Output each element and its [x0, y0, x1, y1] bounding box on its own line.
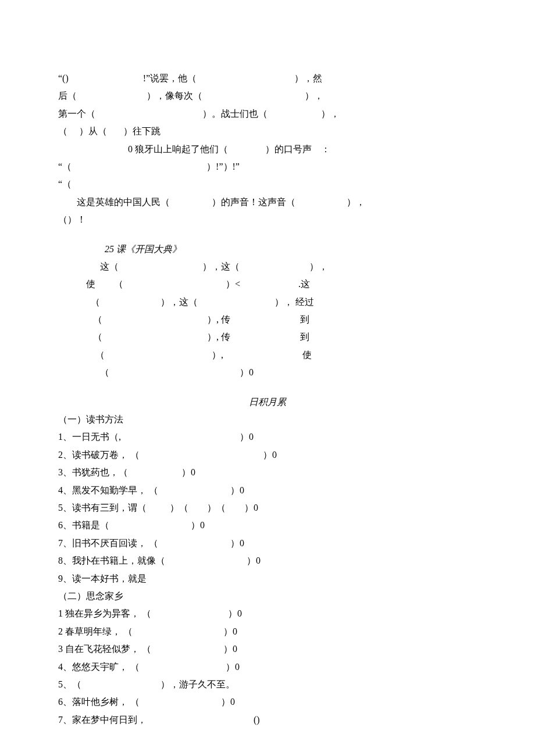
- t: ）。战士们也（: [202, 109, 268, 119]
- t: 6、书籍是（: [58, 520, 109, 530]
- text-line: “（: [58, 175, 477, 193]
- t: （: [114, 279, 123, 289]
- t: ）0: [247, 556, 261, 565]
- t: ）的口号声: [265, 144, 312, 154]
- t: （ ）从（ ）往下跳: [58, 126, 160, 136]
- text-line: 后（ ），像每次（ ），: [58, 87, 477, 105]
- t: ）0: [228, 608, 242, 618]
- t: ）0: [221, 697, 235, 707]
- t: ），然: [294, 73, 322, 83]
- t: （二）思念家乡: [58, 591, 123, 601]
- t: ）,: [212, 350, 223, 360]
- t: ）0: [230, 485, 244, 495]
- t: 使: [86, 279, 95, 289]
- t: 7、家在梦中何日到，: [58, 715, 147, 725]
- list-item: 1 独在异乡为异客， （ ）0: [58, 605, 477, 622]
- paragraph-1: “() !”说罢，他（ ），然 后（ ），像每次（ ）， 第一个（: [58, 70, 477, 229]
- text-line: （ ）, 传 到: [58, 311, 477, 328]
- course-title: 25 课《开国大典》: [58, 241, 477, 258]
- list-item: 3、书犹药也，（ ）0: [58, 464, 477, 481]
- subhead: （二）思念家乡: [58, 587, 477, 605]
- t: ）0: [223, 644, 237, 654]
- course-block: 25 课《开国大典》 这（ ），这（ ）， 使 （ ）<: [58, 241, 477, 382]
- list-item: 9、读一本好书，就是: [58, 570, 477, 587]
- t: （）！: [58, 214, 86, 224]
- t: ）（ ）（ ）0: [170, 503, 258, 513]
- text-line: 这（ ），这（ ），: [58, 258, 477, 275]
- t: 使: [302, 350, 312, 360]
- t: ），这（: [160, 297, 198, 307]
- list-item: 2 春草明年绿， （ ）0: [58, 623, 477, 640]
- t: 到: [300, 332, 309, 342]
- t: ）!”）!”: [206, 162, 240, 171]
- t: 8、我扑在书籍上，就像（: [58, 556, 165, 565]
- t: 0 狼牙山上响起了他们（: [128, 144, 228, 154]
- text-line: （ ）从（ ）往下跳: [58, 123, 477, 140]
- t: （: [100, 367, 109, 377]
- list-item: 4、黑发不知勤学早， （ ）0: [58, 482, 477, 499]
- t: 1、一日无书（,: [58, 432, 121, 442]
- riji-block: 日积月累 （一）读书方法 1、一日无书（, ）0 2、读书破万卷， （ ）0 3…: [58, 393, 477, 729]
- t: 2 春草明年绿， （: [58, 626, 133, 636]
- subhead: （一）读书方法: [58, 411, 477, 428]
- t: ）0: [223, 626, 237, 636]
- t: ）0: [263, 450, 277, 460]
- t: 日积月累: [249, 397, 286, 407]
- list-item: 5、（ ），游子久不至。: [58, 676, 477, 693]
- t: ），: [305, 91, 323, 101]
- t: 到: [300, 314, 309, 324]
- t: ）， 经过: [274, 297, 314, 307]
- t: ）0: [230, 538, 244, 548]
- t: ）的声音！这声音（: [212, 197, 295, 207]
- t: 5、（: [58, 679, 81, 689]
- t: （: [95, 350, 105, 360]
- list-item: 3 自在飞花轻似梦， （ ）0: [58, 640, 477, 658]
- t: .这: [298, 279, 310, 289]
- list-item: 7、旧书不厌百回读， （ ）0: [58, 535, 477, 552]
- text-line: 这是英雄的中国人民（ ）的声音！这声音（ ），: [58, 194, 477, 211]
- text-line: （）！: [58, 211, 477, 228]
- t: (): [254, 715, 260, 725]
- t: 后（: [58, 91, 77, 101]
- t: ），游子久不至。: [160, 679, 235, 689]
- t: 7、旧书不厌百回读， （: [58, 538, 158, 548]
- text-line: （ ）, 使: [58, 346, 477, 364]
- list-item: 8、我扑在书籍上，就像（ ）0: [58, 552, 477, 569]
- text-line: 使 （ ）< .这: [58, 275, 477, 293]
- t: “（: [58, 179, 72, 189]
- list-item: 1、一日无书（, ）0: [58, 428, 477, 446]
- list-item: 4、悠悠天宇旷， （ ）0: [58, 658, 477, 676]
- list-item: 2、读书破万卷， （ ）0: [58, 446, 477, 464]
- list-item: 6、落叶他乡树， （ ）0: [58, 693, 477, 711]
- t: “（: [58, 162, 72, 171]
- t: 4、黑发不知勤学早， （: [58, 485, 158, 495]
- t: （一）读书方法: [58, 414, 123, 424]
- t: ），这（: [202, 261, 240, 271]
- section-title: 日积月累: [58, 393, 477, 411]
- t: ），: [347, 197, 365, 207]
- t: ）0: [240, 432, 254, 442]
- text-line: （ ）0: [58, 364, 477, 381]
- t: 3、书犹药也，（: [58, 467, 128, 477]
- text-line: （ ）, 传 到: [58, 328, 477, 346]
- t: ）0: [181, 467, 195, 477]
- t: （: [93, 314, 102, 324]
- list-item: 6、书籍是（ ）0: [58, 517, 477, 534]
- list-item: 5、读书有三到，谓（ ）（ ）（ ）0: [58, 499, 477, 517]
- t: ）, 传: [207, 314, 230, 324]
- t: （: [91, 297, 100, 307]
- list-item: 7、家在梦中何日到， (): [58, 711, 477, 729]
- t: ）0: [226, 662, 240, 672]
- text-line: 第一个（ ）。战士们也（ ），: [58, 105, 477, 123]
- t: “(): [58, 73, 69, 83]
- t: 25 课《开国大典》: [105, 244, 181, 254]
- t: 5、读书有三到，谓（: [58, 503, 147, 513]
- t: ）0: [240, 367, 254, 377]
- t: （: [93, 332, 102, 342]
- text-line: “() !”说罢，他（ ），然: [58, 70, 477, 87]
- t: ）<: [226, 279, 240, 289]
- t: ：: [321, 144, 330, 154]
- t: 这是英雄的中国人民（: [77, 197, 170, 207]
- t: 1 独在异乡为异客， （: [58, 608, 151, 618]
- t: ），像每次（: [147, 91, 202, 101]
